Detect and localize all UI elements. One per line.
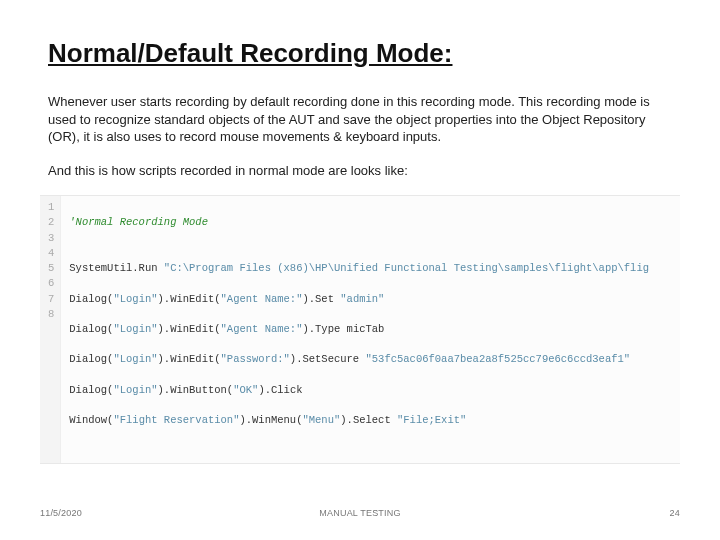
line-number: 3 [48,231,54,246]
line-number: 6 [48,276,54,291]
code-line: Dialog("Login").WinEdit("Agent Name:").T… [69,322,649,337]
code-line: Dialog("Login").WinButton("OK").Click [69,383,649,398]
line-number: 4 [48,246,54,261]
slide-footer: 11/5/2020 MANUAL TESTING 24 [40,508,680,518]
code-line: Dialog("Login").WinEdit("Agent Name:").S… [69,292,649,307]
paragraph-1: Whenever user starts recording by defaul… [48,93,672,146]
line-number: 2 [48,215,54,230]
line-number: 7 [48,292,54,307]
code-block: 1 2 3 4 5 6 7 8 'Normal Recording Mode S… [40,195,680,464]
code-comment: 'Normal Recording Mode [69,216,208,228]
code-line: 'Normal Recording Mode [69,215,649,230]
code-line: SystemUtil.Run "C:\Program Files (x86)\H… [69,261,649,276]
code-line: Dialog("Login").WinEdit("Password:").Set… [69,352,649,367]
footer-page-number: 24 [670,508,680,518]
line-number: 1 [48,200,54,215]
code-content: 'Normal Recording Mode SystemUtil.Run "C… [61,196,657,463]
paragraph-2: And this is how scripts recorded in norm… [48,162,672,180]
footer-date: 11/5/2020 [40,508,82,518]
code-gutter: 1 2 3 4 5 6 7 8 [40,196,61,463]
line-number: 8 [48,307,54,322]
code-line: Window("Flight Reservation").WinMenu("Me… [69,413,649,428]
footer-title: MANUAL TESTING [319,508,400,518]
slide: Normal/Default Recording Mode: Whenever … [0,0,720,540]
slide-title: Normal/Default Recording Mode: [48,38,680,69]
line-number: 5 [48,261,54,276]
